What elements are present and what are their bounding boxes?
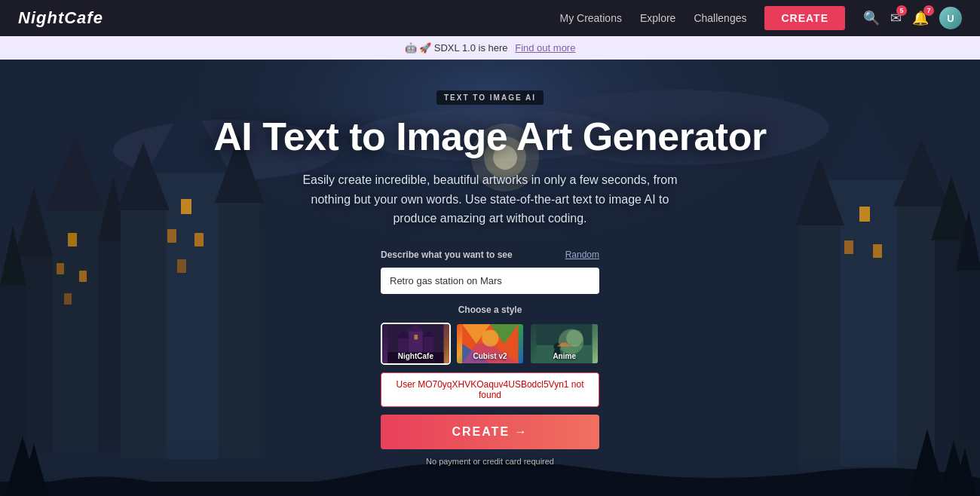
svg-rect-36 — [859, 207, 870, 222]
style-anime[interactable]: Anime — [529, 323, 599, 365]
notifications-badge: 7 — [923, 5, 934, 16]
announcement-text: 🤖 🚀 SDXL 1.0 is here — [405, 42, 508, 54]
create-main-button[interactable]: CREATE → — [381, 415, 599, 449]
messages-icon[interactable]: ✉ 5 — [890, 10, 902, 26]
my-creations-link[interactable]: My Creations — [559, 12, 621, 24]
prompt-input[interactable] — [381, 268, 599, 294]
hero-content: TEXT TO IMAGE AI AI Text to Image Art Ge… — [213, 90, 766, 466]
navbar-right: My Creations Explore Challenges CREATE 🔍… — [559, 6, 962, 30]
no-payment-text: No payment or credit card required — [381, 457, 599, 466]
create-nav-button[interactable]: CREATE — [764, 6, 845, 30]
svg-rect-52 — [414, 335, 418, 340]
navbar: NightCafe My Creations Explore Challenge… — [0, 0, 980, 36]
describe-label-row: Describe what you want to see Random — [381, 250, 599, 260]
svg-rect-28 — [194, 233, 204, 246]
svg-rect-37 — [844, 240, 853, 254]
avatar[interactable]: U — [939, 7, 962, 29]
svg-point-59 — [482, 329, 498, 346]
svg-rect-17 — [64, 293, 72, 305]
logo[interactable]: NightCafe — [18, 8, 103, 28]
svg-rect-27 — [167, 229, 176, 243]
notifications-icon[interactable]: 🔔 7 — [912, 10, 929, 26]
search-icon[interactable]: 🔍 — [863, 10, 880, 26]
hero-badge: TEXT TO IMAGE AI — [436, 90, 544, 105]
hero-section: TEXT TO IMAGE AI AI Text to Image Art Ge… — [0, 60, 980, 496]
find-out-link[interactable]: Find out more — [515, 42, 575, 54]
svg-rect-15 — [57, 263, 64, 274]
announcement-bar: 🤖 🚀 SDXL 1.0 is here Find out more — [0, 36, 980, 60]
style-options: NightCafe Cubist v2 — [381, 323, 599, 365]
explore-link[interactable]: Explore — [640, 12, 675, 24]
style-anime-label: Anime — [531, 352, 598, 360]
describe-label: Describe what you want to see — [381, 250, 513, 260]
challenges-link[interactable]: Challenges — [694, 12, 746, 24]
hero-title: AI Text to Image Art Generator — [213, 115, 766, 158]
style-nightcafe-label: NightCafe — [382, 352, 449, 360]
error-message: User MO70yqXHVKOaquv4USBodcl5Vyn1 not fo… — [381, 372, 599, 407]
nav-icons: 🔍 ✉ 5 🔔 7 U — [863, 7, 962, 29]
style-label: Choose a style — [381, 305, 599, 315]
svg-rect-26 — [181, 199, 191, 214]
svg-rect-16 — [79, 271, 87, 282]
svg-rect-29 — [177, 259, 186, 273]
hero-subtitle: Easily create incredible, beautiful artw… — [294, 170, 686, 228]
random-link[interactable]: Random — [565, 250, 599, 260]
creation-form: Describe what you want to see Random Cho… — [381, 250, 599, 466]
svg-rect-38 — [873, 244, 882, 258]
svg-rect-14 — [68, 233, 77, 246]
svg-rect-22 — [121, 210, 166, 459]
style-cubist-label: Cubist v2 — [457, 352, 524, 360]
style-cubist[interactable]: Cubist v2 — [455, 323, 525, 365]
messages-badge: 5 — [896, 5, 907, 16]
style-nightcafe[interactable]: NightCafe — [381, 323, 451, 365]
